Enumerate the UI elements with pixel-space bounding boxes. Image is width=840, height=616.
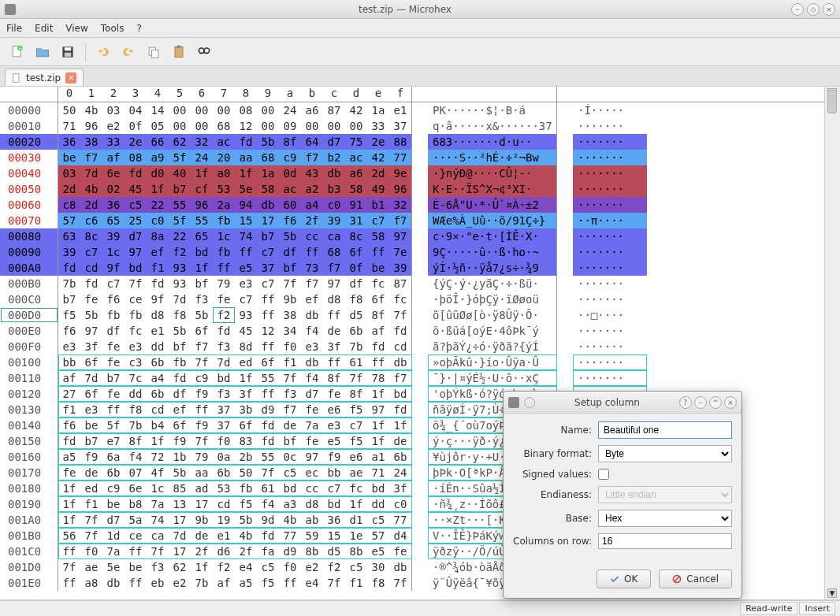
hex-cell[interactable]: ce (125, 291, 147, 307)
hex-cell[interactable]: 1d (102, 528, 125, 544)
hex-cell[interactable]: 5b (235, 512, 257, 528)
hex-cell[interactable]: fd (389, 323, 411, 339)
hex-cell[interactable]: fd (257, 528, 279, 544)
hex-cell[interactable]: 55 (257, 370, 279, 386)
hex-cell[interactable]: 32 (191, 134, 213, 150)
hex-cell[interactable]: fc (125, 323, 147, 339)
hex-cell[interactable]: f7 (389, 370, 411, 386)
hex-cell[interactable]: bf (169, 339, 191, 354)
hex-cell[interactable]: db (389, 559, 411, 575)
hex-cell[interactable]: 2e (367, 134, 389, 150)
hex-cell[interactable]: ff (279, 575, 301, 591)
hex-cell[interactable]: c9 (102, 481, 125, 496)
hex-cell[interactable]: cf (191, 181, 213, 197)
hex-cell[interactable]: ed (80, 481, 102, 496)
hex-cell[interactable]: fc (367, 276, 389, 291)
hex-cell[interactable]: b7 (80, 433, 102, 449)
hex-cell[interactable]: bf (191, 276, 213, 291)
hex-cell[interactable]: 1f (389, 417, 411, 433)
hex-cell[interactable]: ff (102, 402, 125, 417)
hex-cell[interactable]: f6 (279, 213, 301, 228)
hex-cell[interactable]: fe (102, 354, 125, 370)
hex-cell[interactable]: 77 (279, 528, 301, 544)
hex-cell[interactable]: c7 (102, 276, 125, 291)
hex-cell[interactable]: e4 (301, 575, 323, 591)
hex-cell[interactable]: 07 (125, 465, 147, 481)
hex-cell[interactable]: 5b (169, 323, 191, 339)
hex-cell[interactable]: 88 (389, 134, 411, 150)
hex-cell[interactable]: c3 (125, 354, 147, 370)
hex-cell[interactable]: fe (58, 465, 80, 481)
hex-cell[interactable]: d9 (257, 402, 279, 417)
hex-cell[interactable]: 6f (235, 417, 257, 433)
hex-cell[interactable]: a9 (147, 150, 169, 165)
hex-cell[interactable]: 8b (345, 544, 367, 559)
hex-cell[interactable]: c7 (345, 417, 367, 433)
hex-cell[interactable]: fd (58, 433, 80, 449)
hex-cell[interactable]: d7 (301, 386, 323, 402)
hex-cell[interactable]: f8 (125, 402, 147, 417)
hex-cell[interactable]: e7 (102, 433, 125, 449)
hex-cell[interactable]: a5 (235, 575, 257, 591)
hex-cell[interactable]: ff (58, 575, 80, 591)
hex-cell[interactable]: 25 (125, 213, 147, 228)
hex-row[interactable]: 0009039c71c97eff2bdfbffc7dfff686fff7e9Ç·… (0, 244, 824, 260)
hex-cell[interactable]: e1 (213, 528, 235, 544)
hex-cell[interactable]: e3 (301, 339, 323, 354)
hex-cell[interactable]: 6f (169, 417, 191, 433)
hex-cell[interactable]: f0 (213, 433, 235, 449)
hex-cell[interactable]: 04 (125, 102, 147, 118)
hex-cell[interactable]: fc (389, 291, 411, 307)
hex-cell[interactable]: 9f (102, 260, 125, 276)
hex-cell[interactable]: 13 (169, 496, 191, 512)
hex-cell[interactable]: 00 (301, 118, 323, 134)
hex-cell[interactable]: 36 (58, 134, 80, 150)
dialog-max-button[interactable]: ^ (709, 396, 722, 409)
hex-cell[interactable]: e1 (147, 323, 169, 339)
hex-row[interactable]: 0007057c66525c05f55fb1517f62f3931c7f7WÆe… (0, 213, 824, 228)
ascii-cell[interactable]: {ýÇ·ý·¿yãÇ·÷·ßü· (428, 276, 557, 291)
hex-cell[interactable]: cc (301, 228, 323, 244)
hex-cell[interactable]: 50 (58, 102, 80, 118)
hex-cell[interactable]: bd (125, 260, 147, 276)
hex-cell[interactable]: ac (279, 181, 301, 197)
hex-cell[interactable]: 49 (367, 181, 389, 197)
hex-cell[interactable]: 00 (191, 118, 213, 134)
hex-cell[interactable]: ff (235, 244, 257, 260)
ascii-cell[interactable]: K·E··ÏS^X¬¢³XI· (428, 181, 557, 197)
hex-cell[interactable]: aa (235, 150, 257, 165)
hex-cell[interactable]: 7a (147, 496, 169, 512)
hex-cell[interactable]: fb (169, 354, 191, 370)
hex-cell[interactable]: ff (257, 307, 279, 323)
dialog-min-button[interactable]: – (694, 396, 707, 409)
hex-cell[interactable]: 1a (257, 165, 279, 181)
hex-row[interactable]: 00000504b030414000000080024a687421ae1PK·… (0, 102, 824, 118)
hex-cell[interactable]: f5 (235, 496, 257, 512)
hex-cell[interactable]: 02 (102, 181, 125, 197)
hex-cell[interactable]: 6f (345, 244, 367, 260)
hex-cell[interactable]: 7e (389, 244, 411, 260)
hex-cell[interactable]: b2 (323, 150, 345, 165)
hex-cell[interactable]: dd (147, 339, 169, 354)
hex-cell[interactable]: 97 (301, 449, 323, 465)
ext-cell[interactable]: ······· (573, 134, 647, 150)
ascii-cell[interactable]: ¯}·|¤ýÉ½·U·ô··xÇ (428, 370, 557, 386)
hex-cell[interactable]: ff (367, 354, 389, 370)
hex-cell[interactable]: 91 (345, 197, 367, 213)
ext-cell[interactable]: ······· (573, 118, 647, 134)
hex-cell[interactable]: 85 (169, 481, 191, 496)
hex-cell[interactable]: 7a (301, 417, 323, 433)
hex-cell[interactable]: fe (102, 339, 125, 354)
hex-cell[interactable]: 7d (80, 165, 102, 181)
hex-cell[interactable]: fc (345, 481, 367, 496)
hex-cell[interactable]: 7f (257, 465, 279, 481)
copy-button[interactable] (143, 41, 165, 63)
hex-cell[interactable]: 93 (169, 276, 191, 291)
hex-cell[interactable]: f1 (279, 354, 301, 370)
paste-button[interactable] (168, 41, 190, 63)
hex-cell[interactable]: fd (367, 339, 389, 354)
hex-cell[interactable]: af (58, 370, 80, 386)
hex-cell[interactable]: ab (301, 512, 323, 528)
hex-cell[interactable]: fe (301, 402, 323, 417)
hex-cell[interactable]: 58 (257, 181, 279, 197)
